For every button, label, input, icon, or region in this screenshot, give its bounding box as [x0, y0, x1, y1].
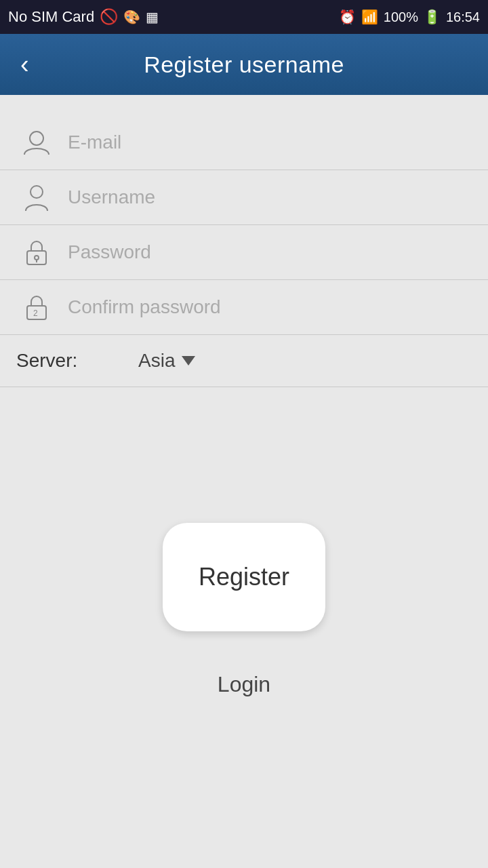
username-field-row	[0, 170, 488, 225]
svg-point-3	[35, 256, 39, 260]
login-link[interactable]: Login	[218, 672, 270, 697]
register-button[interactable]: Register	[163, 523, 325, 631]
app-icon-1: 🎨	[123, 9, 140, 25]
time-text: 16:54	[446, 9, 480, 25]
username-input[interactable]	[68, 186, 472, 208]
status-right: ⏰ 📶 100% 🔋 16:54	[339, 9, 480, 25]
confirm-password-field-row: 2	[0, 280, 488, 335]
battery-text: 100%	[384, 9, 418, 25]
server-row: Server: Asia	[0, 335, 488, 387]
no-sim-text: No SIM Card	[8, 8, 94, 26]
password-field-row	[0, 225, 488, 280]
app-bar: ‹ Register username	[0, 34, 488, 95]
sim-icon: 🚫	[100, 8, 118, 26]
login-link-wrapper: Login	[0, 672, 488, 697]
server-dropdown[interactable]: Asia	[138, 350, 195, 372]
username-icon	[16, 182, 57, 212]
alarm-icon: ⏰	[339, 9, 356, 25]
status-bar: No SIM Card 🚫 🎨 ▦ ⏰ 📶 100% 🔋 16:54	[0, 0, 488, 34]
password-input[interactable]	[68, 241, 472, 263]
server-label: Server:	[16, 350, 98, 372]
svg-text:2: 2	[33, 309, 38, 318]
register-form: 2 Server: Asia	[0, 95, 488, 387]
confirm-password-icon: 2	[16, 292, 57, 322]
svg-point-1	[30, 186, 43, 198]
svg-point-0	[30, 132, 43, 145]
chevron-down-icon	[182, 356, 195, 366]
wifi-icon: 📶	[361, 9, 378, 25]
email-input[interactable]	[68, 132, 472, 153]
confirm-password-input[interactable]	[68, 296, 472, 318]
server-value: Asia	[138, 350, 175, 372]
password-icon	[16, 237, 57, 267]
email-field-row	[0, 115, 488, 170]
app-icon-2: ▦	[146, 9, 159, 25]
back-button[interactable]: ‹	[14, 45, 36, 84]
page-title: Register username	[144, 52, 344, 78]
status-left: No SIM Card 🚫 🎨 ▦	[8, 8, 159, 26]
email-icon	[16, 127, 57, 157]
register-button-wrapper: Register	[0, 523, 488, 631]
battery-icon: 🔋	[424, 9, 441, 25]
